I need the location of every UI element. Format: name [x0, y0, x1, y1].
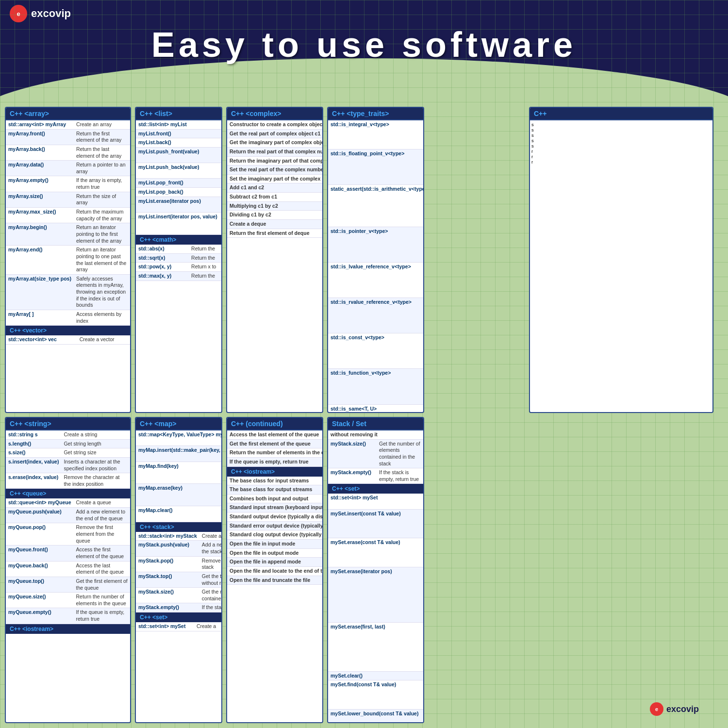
cell-desc: Remove — [220, 188, 221, 197]
cell-full: Constructor to create a complex object — [227, 120, 322, 129]
map-table: std::map<KeyType, ValueType> myMapCreate… — [136, 430, 221, 522]
cell-desc: Return the number of elements in the que… — [74, 593, 130, 608]
cell-name: myList.front() — [136, 129, 220, 138]
table-row: Standard input stream (keyboard input) — [227, 503, 322, 513]
cell-name: myArray.begin() — [6, 223, 74, 246]
cell-name: myMap.erase(key) — [136, 484, 221, 506]
table-row: myQueue.pop()Remove the first element fr… — [6, 523, 130, 546]
cell-desc: Get the number of elements contained in … — [377, 439, 423, 468]
cell-desc: Create an array — [74, 120, 130, 129]
set-main-header: C++ <set> — [328, 484, 423, 494]
table-row: Return the number of elements in the que… — [227, 448, 322, 458]
table-row: myStack.empty()If the stack is empty, re… — [328, 468, 423, 484]
table-row: myArray.begin()Return an iterator pointi… — [6, 223, 130, 246]
cell-desc: Insert a of the lis — [220, 147, 221, 163]
cell-desc: Add a ne the stack — [199, 541, 221, 556]
table-row: std::array<int> myArrayCreate an array — [6, 120, 130, 129]
table-row: Open the file and truncate the file — [227, 576, 322, 585]
cell-full: without removing it — [328, 430, 423, 439]
cell-desc: Access the last element of the queue — [74, 561, 130, 577]
panel-list-header: C++ <list> — [136, 108, 221, 120]
table-row: s.insert(index, value)Inserts a characte… — [6, 457, 130, 473]
cell-name: std::array<int> myArray — [6, 120, 74, 129]
cell-name: s.length() — [6, 439, 61, 448]
cell-full: The base class for input streams — [227, 477, 322, 485]
cell-full: If the queue is empty, return true — [227, 457, 322, 466]
cell-desc: Remove the character at the index positi… — [61, 473, 130, 489]
cell-desc: Remove the first element from the queue — [74, 523, 130, 546]
table-row: mySet.find(const T& value)Search for a s… — [328, 680, 423, 710]
table-row: std::set<int> mySetCreate a set — [328, 494, 423, 509]
cell-full: Dividing c1 by c2 — [227, 211, 322, 220]
cell-desc: Remove elements from the set within a sp… — [422, 623, 423, 671]
cell-name: std::is_rvalue_reference_v<type> — [328, 298, 423, 333]
cell-full: Standard clog output device (typically a… — [227, 530, 322, 540]
table-row: Combines both input and output — [227, 494, 322, 503]
cell-name: myArray.data() — [6, 161, 74, 176]
cell-name: std::is_lvalue_reference_v<type> — [328, 262, 423, 298]
panel-complex-header: C++ <complex> — [227, 108, 322, 120]
cell-name: myQueue.pop() — [6, 523, 74, 546]
cell-desc: Remove specifie — [220, 197, 221, 212]
cell-full: Standard input stream (keyboard input) — [227, 503, 322, 513]
cell-name: myList.erase(iterator pos) — [136, 197, 220, 212]
main-title: Easy to use software — [10, 25, 718, 65]
cell-name: myMap.insert(std::make_pair(key, value)) — [136, 446, 221, 462]
table-row: Access the last element of the queue — [227, 430, 322, 439]
table-row: myStack.empty()If the stac — [136, 603, 221, 612]
stack-table: std::stack<int> myStackCreate amyStack.p… — [136, 532, 221, 612]
cell-name: myQueue.size() — [6, 593, 74, 608]
cell-name: mySet.insert(const T& value) — [328, 509, 422, 538]
panel-extra-top: C++ sssssrrr — [529, 107, 713, 413]
cell-name: std::set<int> mySet — [136, 622, 194, 631]
table-row: Open the file in output mode — [227, 548, 322, 558]
cell-full: Open the file and truncate the file — [227, 576, 322, 585]
list-table: std::list<int> myListCreatemyList.front(… — [136, 120, 221, 235]
table-row: myArray[ ]Access elements by index — [6, 310, 130, 326]
queue-header: C++ <queue> — [6, 489, 130, 498]
table-row: Return the real part of that complex num… — [227, 147, 322, 156]
panel-list: C++ <list> std::list<int> myListCreatemy… — [135, 107, 222, 413]
cell-full: Open the file in output mode — [227, 548, 322, 558]
table-row: s.length()Get string length — [6, 439, 130, 448]
footer-logo-icon: e — [650, 702, 663, 716]
cell-name: myList.push_back(value) — [136, 163, 220, 179]
table-row: mySet.lower_bound(const T& value)Find th… — [328, 709, 423, 722]
set-bottom-table: std::set<int> mySetCreate a — [136, 622, 221, 631]
array-table: std::array<int> myArrayCreate an arraymy… — [6, 120, 130, 326]
svg-text:e: e — [655, 706, 658, 712]
table-row: std::is_same<T, U>Check whether the type… — [328, 404, 423, 412]
cell-name: std::abs(x) — [136, 245, 189, 253]
cell-full: Multiplying c1 by c2 — [227, 201, 322, 211]
table-row: myQueue.front()Access the first element … — [6, 546, 130, 561]
cell-desc: Find the first element in the set that i… — [422, 709, 423, 722]
string-header: C++ <string> — [6, 418, 130, 430]
table-row: myList.pop_front()Remove — [136, 179, 221, 188]
table-row: Return the imaginary part of that comple… — [227, 156, 322, 165]
cell-name: std::vector<int> vec — [6, 335, 77, 344]
cell-desc: Inserts a character at the specified ind… — [61, 457, 130, 473]
cell-desc: Return — [220, 138, 221, 148]
cell-name: std::stack<int> myStack — [136, 532, 199, 541]
cell-desc: Return a pointer to an array — [74, 161, 130, 176]
panel-map: C++ <map> std::map<KeyType, ValueType> m… — [135, 417, 222, 723]
table-row: std::is_lvalue_reference_v<type>Check wh… — [328, 262, 423, 298]
table-row: myMap.insert(std::make_pair(key, value))… — [136, 446, 221, 462]
cell-name: mySet.erase(iterator pos) — [328, 567, 422, 622]
table-row: myArray.data()Return a pointer to an arr… — [6, 161, 130, 176]
cell-desc: Create a — [199, 532, 221, 541]
cell-name: std::is_floating_point_v<type> — [328, 149, 423, 184]
table-row: mySet.erase(iterator pos)Remove the elem… — [328, 567, 423, 622]
table-row: myStack.size()Get the n contained — [136, 588, 221, 603]
cell-name: std::pow(x, y) — [136, 263, 189, 272]
string-table: std::string sCreate a strings.length()Ge… — [6, 430, 130, 489]
cell-desc: Return the last element of the array — [74, 145, 130, 160]
table-row: std::is_const_v<type>Check whether the t… — [328, 333, 423, 369]
extra-top-content: sssssrrr — [531, 122, 711, 165]
panel-extra-top-header: C++ — [530, 108, 712, 120]
cell-desc: Return the size of array — [74, 192, 130, 207]
cell-desc: Create a vector — [77, 335, 130, 344]
cell-desc: If the stack is empty, return true — [377, 468, 423, 484]
table-row: Constructor to create a complex object — [227, 120, 322, 129]
cell-name: myArray.size() — [6, 192, 74, 207]
